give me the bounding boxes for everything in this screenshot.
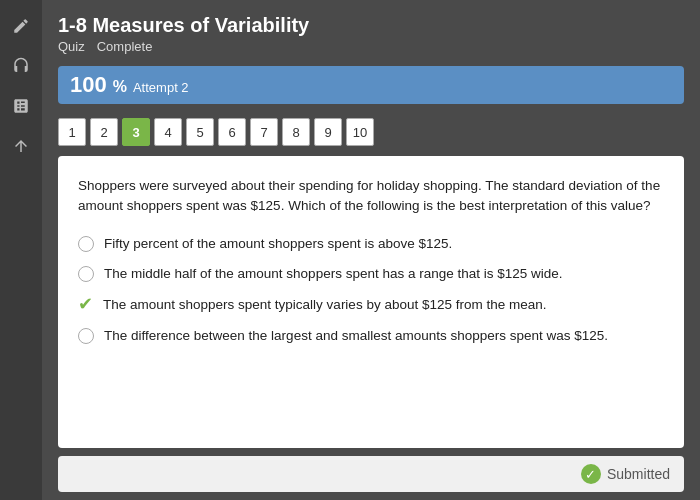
answer-label-4: The difference between the largest and s… bbox=[104, 327, 608, 346]
answer-option-2[interactable]: The middle half of the amount shoppers s… bbox=[78, 265, 664, 284]
question-nav-item-4[interactable]: 4 bbox=[154, 118, 182, 146]
content-area: Shoppers were surveyed about their spend… bbox=[58, 156, 684, 448]
answer-label-1: Fifty percent of the amount shoppers spe… bbox=[104, 235, 452, 254]
score-percent: 100 bbox=[70, 72, 107, 98]
question-nav-item-6[interactable]: 6 bbox=[218, 118, 246, 146]
question-nav-item-2[interactable]: 2 bbox=[90, 118, 118, 146]
question-nav-item-1[interactable]: 1 bbox=[58, 118, 86, 146]
question-nav-item-3[interactable]: 3 bbox=[122, 118, 150, 146]
sidebar bbox=[0, 0, 42, 500]
score-symbol: % bbox=[113, 78, 127, 96]
radio-circle bbox=[78, 236, 94, 252]
quiz-label: Quiz bbox=[58, 39, 85, 54]
answer-label-3: The amount shoppers spent typically vari… bbox=[103, 296, 547, 315]
answer-option-1[interactable]: Fifty percent of the amount shoppers spe… bbox=[78, 235, 664, 254]
answers: Fifty percent of the amount shoppers spe… bbox=[78, 235, 664, 347]
question-nav-item-9[interactable]: 9 bbox=[314, 118, 342, 146]
answer-label-2: The middle half of the amount shoppers s… bbox=[104, 265, 563, 284]
score-attempt: Attempt 2 bbox=[133, 80, 189, 95]
header-meta: Quiz Complete bbox=[58, 39, 684, 54]
pencil-icon[interactable] bbox=[5, 10, 37, 42]
arrow-up-icon[interactable] bbox=[5, 130, 37, 162]
radio-circle bbox=[78, 266, 94, 282]
question-nav-item-5[interactable]: 5 bbox=[186, 118, 214, 146]
answer-option-3[interactable]: ✔The amount shoppers spent typically var… bbox=[78, 296, 664, 315]
question-nav: 12345678910 bbox=[42, 112, 700, 152]
question-nav-item-8[interactable]: 8 bbox=[282, 118, 310, 146]
answer-option-4[interactable]: The difference between the largest and s… bbox=[78, 327, 664, 346]
header: 1-8 Measures of Variability Quiz Complet… bbox=[42, 0, 700, 58]
checkmark-icon: ✔ bbox=[78, 295, 93, 313]
complete-label: Complete bbox=[97, 39, 153, 54]
headphones-icon[interactable] bbox=[5, 50, 37, 82]
page-title: 1-8 Measures of Variability bbox=[58, 14, 684, 37]
footer: ✓ Submitted bbox=[58, 456, 684, 492]
main-content: 1-8 Measures of Variability Quiz Complet… bbox=[42, 0, 700, 500]
score-bar: 100 % Attempt 2 bbox=[58, 66, 684, 104]
radio-circle bbox=[78, 328, 94, 344]
question-nav-item-7[interactable]: 7 bbox=[250, 118, 278, 146]
question-nav-item-10[interactable]: 10 bbox=[346, 118, 374, 146]
submitted-icon: ✓ bbox=[581, 464, 601, 484]
submitted-label: Submitted bbox=[607, 466, 670, 482]
question-text: Shoppers were surveyed about their spend… bbox=[78, 176, 664, 217]
submitted-badge: ✓ Submitted bbox=[581, 464, 670, 484]
calculator-icon[interactable] bbox=[5, 90, 37, 122]
